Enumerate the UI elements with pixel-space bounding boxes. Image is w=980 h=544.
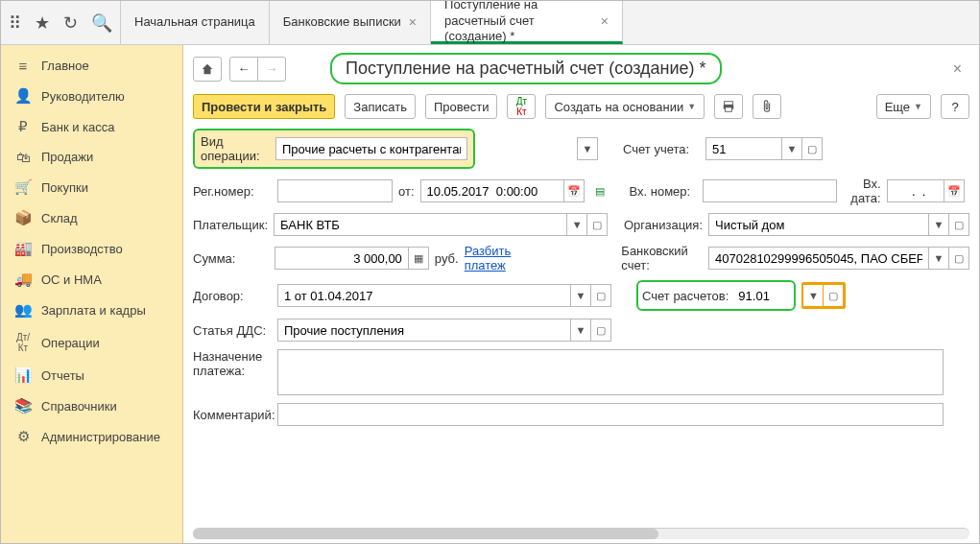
tabs-bar: Начальная страница Банковские выписки × … [121, 1, 623, 44]
bag-icon: 🛍 [14, 149, 32, 165]
open-button[interactable]: ▢ [801, 137, 823, 160]
people-icon: 👥 [14, 301, 32, 319]
sidebar-item-production[interactable]: 🏭Производство [1, 233, 182, 264]
sidebar-item-sales[interactable]: 🛍Продажи [1, 142, 182, 172]
dropdown-button[interactable]: ▼ [781, 137, 802, 160]
dropdown-button[interactable]: ▼ [566, 213, 587, 236]
org-input[interactable] [708, 213, 929, 236]
dropdown-button[interactable]: ▼ [570, 319, 591, 342]
payer-label: Плательщик: [193, 218, 268, 232]
calendar-button[interactable]: 📅 [944, 179, 965, 202]
close-icon[interactable]: × [601, 12, 609, 30]
bank-acc-input[interactable] [708, 247, 929, 270]
sidebar-item-label: Продажи [41, 150, 93, 164]
comment-label: Комментарий: [193, 408, 272, 422]
op-type-input[interactable] [275, 137, 467, 160]
sidebar-item-catalogs[interactable]: 📚Справочники [1, 390, 182, 421]
more-button[interactable]: Еще ▼ [876, 94, 931, 119]
open-button[interactable]: ▢ [590, 284, 611, 307]
date-input[interactable] [420, 179, 564, 202]
dropdown-button[interactable]: ▼ [928, 213, 949, 236]
tab-incoming-payment[interactable]: Поступление на расчетный счет (создание)… [431, 1, 623, 44]
close-icon[interactable]: × [409, 13, 417, 31]
dtkt-button[interactable]: ДтКт [507, 94, 536, 119]
sidebar-item-hr[interactable]: 👥Зарплата и кадры [1, 295, 182, 325]
sum-label: Сумма: [193, 251, 269, 266]
svg-rect-0 [725, 102, 733, 106]
chevron-down-icon: ▼ [914, 102, 922, 111]
split-payment-link[interactable]: Разбить платеж [465, 244, 553, 272]
sidebar-item-purchases[interactable]: 🛒Покупки [1, 172, 182, 202]
svg-rect-2 [726, 107, 732, 111]
open-button[interactable]: ▢ [586, 213, 608, 236]
sidebar-item-label: Производство [41, 242, 123, 256]
comment-input[interactable] [277, 403, 944, 426]
settle-acc-input[interactable] [732, 284, 790, 307]
back-button[interactable]: ← [229, 57, 258, 82]
reg-num-input[interactable] [277, 179, 393, 202]
write-button[interactable]: Записать [345, 94, 416, 119]
sidebar-item-label: Склад [41, 211, 78, 225]
person-icon: 👤 [14, 87, 32, 105]
dds-input[interactable] [277, 319, 571, 342]
post-button[interactable]: Провести [425, 94, 498, 119]
in-num-input[interactable] [703, 179, 837, 202]
sidebar-item-reports[interactable]: 📊Отчеты [1, 360, 182, 390]
sidebar-item-label: Отчеты [41, 368, 84, 383]
search-icon[interactable]: 🔍 [91, 12, 112, 34]
op-type-dropdown-button[interactable]: ▼ [577, 137, 598, 160]
print-button[interactable] [714, 94, 743, 119]
attach-button[interactable] [753, 94, 781, 119]
sidebar-item-operations[interactable]: Дт/КтОперации [1, 325, 182, 360]
settlement-account-highlight: Счет расчетов: [636, 280, 796, 311]
sidebar-item-label: ОС и НМА [41, 272, 102, 287]
tab-bank-statements[interactable]: Банковские выписки × [270, 1, 431, 44]
sidebar-item-bank[interactable]: ₽Банк и касса [1, 111, 182, 142]
in-num-label: Вх. номер: [630, 184, 697, 199]
sidebar-item-warehouse[interactable]: 📦Склад [1, 202, 182, 233]
home-button[interactable] [193, 57, 222, 82]
tab-home[interactable]: Начальная страница [121, 1, 270, 44]
contract-input[interactable] [277, 284, 571, 307]
create-based-button[interactable]: Создать на основании ▼ [545, 94, 705, 119]
help-button[interactable]: ? [941, 94, 969, 119]
payer-input[interactable] [274, 213, 567, 236]
open-button[interactable]: ▢ [948, 247, 969, 270]
dtkt-icon: ДтКт [516, 96, 527, 117]
sum-input[interactable] [275, 247, 409, 270]
open-button[interactable]: ▢ [590, 319, 611, 342]
sidebar-item-admin[interactable]: ⚙Администрирование [1, 421, 182, 452]
horizontal-scrollbar[interactable] [193, 528, 969, 539]
window-close-button[interactable]: × [945, 57, 969, 82]
sidebar-item-manager[interactable]: 👤Руководителю [1, 81, 182, 111]
purpose-textarea[interactable] [277, 349, 944, 395]
sidebar-item-assets[interactable]: 🚚ОС и НМА [1, 264, 182, 295]
dropdown-button[interactable]: ▼ [802, 284, 824, 307]
calc-button[interactable]: ▦ [408, 247, 429, 270]
post-and-close-button[interactable]: Провести и закрыть [193, 94, 335, 119]
dropdown-button[interactable]: ▼ [570, 284, 591, 307]
sidebar-item-label: Администрирование [41, 430, 160, 444]
org-label: Организация: [624, 218, 703, 232]
calendar-button[interactable]: 📅 [563, 179, 585, 202]
settle-acc-buttons: ▼ ▢ [801, 282, 846, 309]
scrollbar-thumb[interactable] [193, 529, 658, 539]
account-input[interactable] [705, 137, 782, 160]
cart-icon: 🛒 [14, 178, 32, 196]
gear-icon: ⚙ [14, 428, 32, 445]
dropdown-button[interactable]: ▼ [928, 247, 949, 270]
history-icon[interactable]: ↻ [63, 12, 78, 34]
open-button[interactable]: ▢ [823, 284, 844, 307]
mode-icon[interactable]: ▤ [589, 179, 610, 202]
tab-label: Банковские выписки [283, 14, 401, 31]
apps-icon[interactable]: ⠿ [9, 12, 21, 34]
star-icon[interactable]: ★ [35, 12, 50, 34]
books-icon: 📚 [14, 397, 32, 414]
sidebar-item-main[interactable]: ≡Главное [1, 51, 182, 81]
open-button[interactable]: ▢ [948, 213, 969, 236]
tab-label: Начальная страница [134, 14, 255, 31]
in-date-input[interactable] [887, 179, 944, 202]
sidebar-item-label: Руководителю [41, 89, 125, 104]
sidebar: ≡Главное 👤Руководителю ₽Банк и касса 🛍Пр… [1, 45, 183, 543]
forward-button[interactable]: → [257, 57, 286, 82]
